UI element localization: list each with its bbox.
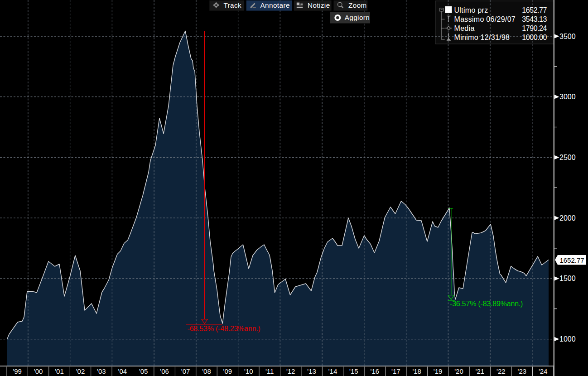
svg-text:Notizie: Notizie — [308, 1, 330, 9]
svg-text:Annotare: Annotare — [260, 1, 290, 9]
svg-text:3500: 3500 — [559, 33, 576, 40]
svg-text:'21: '21 — [476, 367, 485, 375]
svg-text:'08: '08 — [202, 367, 211, 375]
svg-text:-36.57% (-83.89%ann.): -36.57% (-83.89%ann.) — [450, 300, 523, 308]
svg-text:'23: '23 — [518, 367, 527, 375]
svg-text:'14: '14 — [328, 367, 337, 375]
svg-text:'06: '06 — [160, 367, 169, 375]
svg-text:'18: '18 — [412, 367, 421, 375]
svg-text:Zoom: Zoom — [348, 1, 367, 9]
svg-text:1500: 1500 — [559, 275, 576, 282]
svg-text:1790.24: 1790.24 — [522, 24, 547, 32]
svg-text:Media: Media — [454, 24, 475, 32]
svg-text:1652.77: 1652.77 — [559, 256, 584, 264]
svg-text:'17: '17 — [391, 367, 400, 375]
svg-text:'99: '99 — [13, 367, 22, 375]
svg-text:'19: '19 — [434, 367, 443, 375]
svg-text:Minimo 12/31/98: Minimo 12/31/98 — [454, 34, 510, 41]
svg-text:Track: Track — [223, 1, 241, 9]
svg-text:'05: '05 — [139, 367, 148, 375]
svg-text:'13: '13 — [307, 367, 316, 375]
svg-text:'10: '10 — [244, 367, 253, 375]
svg-text:'20: '20 — [454, 367, 463, 375]
svg-text:3543.13: 3543.13 — [522, 15, 547, 23]
svg-text:'02: '02 — [76, 367, 85, 375]
svg-text:'00: '00 — [34, 367, 43, 375]
svg-text:1652.77: 1652.77 — [522, 6, 547, 14]
svg-text:Aggiorn: Aggiorn — [345, 14, 370, 21]
svg-text:'03: '03 — [97, 367, 106, 375]
svg-text:'15: '15 — [349, 367, 358, 375]
svg-text:'09: '09 — [223, 367, 232, 375]
svg-text:'04: '04 — [118, 367, 127, 375]
svg-text:2500: 2500 — [559, 154, 576, 161]
svg-text:1000.00: 1000.00 — [522, 34, 547, 41]
svg-text:-68.53% (-48.23%ann.): -68.53% (-48.23%ann.) — [188, 325, 260, 333]
svg-text:'16: '16 — [371, 367, 380, 375]
svg-text:'24: '24 — [539, 367, 548, 375]
svg-text:1000: 1000 — [559, 335, 576, 343]
svg-text:Massimo 06/29/07: Massimo 06/29/07 — [454, 15, 516, 23]
svg-text:2000: 2000 — [559, 214, 576, 222]
svg-text:Ultimo prz: Ultimo prz — [454, 6, 488, 14]
svg-text:'07: '07 — [181, 367, 190, 375]
svg-text:'01: '01 — [55, 367, 64, 375]
svg-text:'12: '12 — [286, 367, 295, 375]
svg-text:'22: '22 — [496, 367, 506, 375]
svg-text:3000: 3000 — [559, 93, 576, 101]
svg-text:'11: '11 — [265, 367, 274, 375]
